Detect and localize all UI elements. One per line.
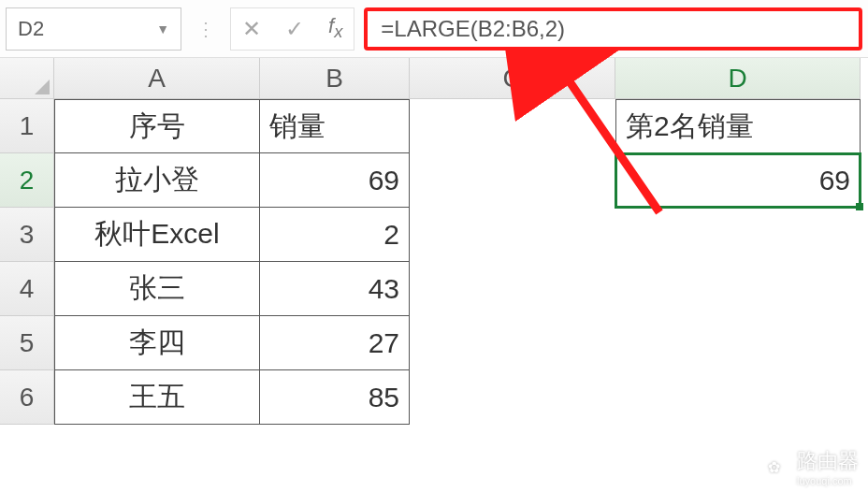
row-header[interactable]: 2 xyxy=(0,153,54,208)
cell-A1[interactable]: 序号 xyxy=(54,99,260,153)
cell-C5[interactable] xyxy=(410,316,615,370)
watermark-sub: luyouqi.com xyxy=(797,475,859,486)
cell-B2[interactable]: 69 xyxy=(260,153,410,208)
cell-A3[interactable]: 秋叶Excel xyxy=(54,208,260,262)
cell-C1[interactable] xyxy=(410,99,615,153)
cell-C4[interactable] xyxy=(410,262,615,316)
fx-icon[interactable]: fx xyxy=(328,16,342,41)
cell-C3[interactable] xyxy=(410,208,615,262)
cell-D2-selected[interactable]: 69 xyxy=(615,153,861,208)
table-row: 5 李四 27 xyxy=(0,316,868,370)
cell-D1[interactable]: 第2名销量 xyxy=(615,99,861,153)
cell-B4[interactable]: 43 xyxy=(260,262,410,316)
cell-B5[interactable]: 27 xyxy=(260,316,410,370)
watermark: ✿ 路由器 luyouqi.com xyxy=(758,447,859,486)
cell-C6[interactable] xyxy=(410,370,615,425)
cell-A5[interactable]: 李四 xyxy=(54,316,260,370)
cell-B1[interactable]: 销量 xyxy=(260,99,410,153)
cell-D5[interactable] xyxy=(615,316,861,370)
watermark-text: 路由器 xyxy=(797,449,859,472)
row-header[interactable]: 3 xyxy=(0,208,54,262)
cell-D3[interactable] xyxy=(615,208,861,262)
row-header[interactable]: 6 xyxy=(0,370,54,425)
row-header[interactable]: 1 xyxy=(0,99,54,153)
cancel-icon[interactable]: ✕ xyxy=(242,18,261,40)
chevron-down-icon[interactable]: ▼ xyxy=(156,22,169,36)
cell-reference: D2 xyxy=(18,17,44,41)
formula-text: =LARGE(B2:B6,2) xyxy=(381,16,565,42)
formula-input[interactable]: =LARGE(B2:B6,2) xyxy=(364,7,862,51)
cell-A6[interactable]: 王五 xyxy=(54,370,260,425)
confirm-icon[interactable]: ✓ xyxy=(285,18,304,40)
table-row: 2 拉小登 69 69 xyxy=(0,153,868,208)
row-header[interactable]: 4 xyxy=(0,262,54,316)
table-row: 6 王五 85 xyxy=(0,370,868,425)
name-box[interactable]: D2 ▼ xyxy=(6,7,181,51)
cell-D6[interactable] xyxy=(615,370,861,425)
separator-icon: ⋮ xyxy=(191,18,221,40)
cell-B6[interactable]: 85 xyxy=(260,370,410,425)
table-row: 3 秋叶Excel 2 xyxy=(0,208,868,262)
col-header-B[interactable]: B xyxy=(260,58,410,99)
formula-actions: ✕ ✓ fx xyxy=(230,7,354,51)
cell-D4[interactable] xyxy=(615,262,861,316)
cell-A4[interactable]: 张三 xyxy=(54,262,260,316)
col-header-D[interactable]: D xyxy=(615,58,861,99)
col-header-C[interactable]: C xyxy=(410,58,615,99)
table-row: 1 序号 销量 第2名销量 xyxy=(0,99,868,153)
cell-B3[interactable]: 2 xyxy=(260,208,410,262)
formula-bar: D2 ▼ ⋮ ✕ ✓ fx =LARGE(B2:B6,2) xyxy=(0,0,868,58)
column-headers: A B C D xyxy=(0,58,868,99)
watermark-badge-icon: ✿ xyxy=(758,451,789,483)
cell-C2[interactable] xyxy=(410,153,615,208)
spreadsheet: A B C D 1 序号 销量 第2名销量 2 拉小登 69 69 3 秋叶Ex… xyxy=(0,58,868,425)
row-header[interactable]: 5 xyxy=(0,316,54,370)
col-header-A[interactable]: A xyxy=(54,58,260,99)
table-row: 4 张三 43 xyxy=(0,262,868,316)
select-all-corner[interactable] xyxy=(0,58,54,99)
cell-A2[interactable]: 拉小登 xyxy=(54,153,260,208)
